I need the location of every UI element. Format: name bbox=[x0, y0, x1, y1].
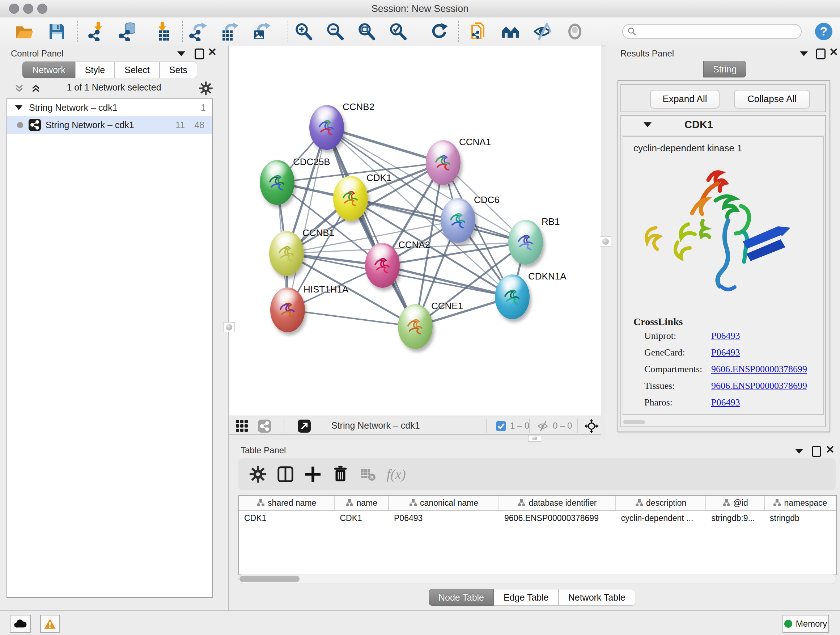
column-header-description[interactable]: description bbox=[616, 496, 706, 510]
column-header-sharedname[interactable]: shared name bbox=[239, 496, 335, 510]
export-table-icon[interactable] bbox=[220, 22, 240, 41]
refresh-view-icon[interactable] bbox=[429, 22, 448, 41]
close-panel-icon[interactable]: ✕ bbox=[208, 48, 217, 57]
node-CDC6[interactable] bbox=[441, 198, 475, 243]
crosslink-value-link[interactable]: 9606.ENSP00000378699 bbox=[711, 380, 807, 391]
warning-icon bbox=[44, 618, 56, 630]
collapse-all-button[interactable]: Collapse All bbox=[734, 90, 810, 109]
show-all-icon[interactable] bbox=[565, 22, 584, 41]
string-home-icon[interactable] bbox=[501, 22, 520, 41]
float-panel-icon[interactable] bbox=[795, 449, 803, 454]
crosslink-value-link[interactable]: P06493 bbox=[711, 397, 740, 408]
zoom-out-icon[interactable] bbox=[325, 22, 345, 41]
collection-expander-icon[interactable] bbox=[15, 105, 22, 110]
delete-column-trash-icon[interactable] bbox=[331, 465, 350, 484]
node-CCNB2[interactable] bbox=[309, 105, 344, 150]
warnings-button[interactable] bbox=[40, 615, 60, 633]
edge-CCNB2-HIST1H1A[interactable] bbox=[287, 127, 327, 310]
node-table[interactable]: shared name name canonical name database… bbox=[238, 495, 837, 575]
import-table-icon[interactable] bbox=[152, 22, 172, 41]
node-CCNE1[interactable] bbox=[398, 304, 433, 349]
export-network-icon[interactable] bbox=[189, 22, 208, 41]
zoom-in-icon[interactable] bbox=[294, 22, 314, 41]
node-RB1[interactable] bbox=[508, 220, 543, 264]
crosslink-value-link[interactable]: P06493 bbox=[711, 331, 740, 341]
cdk1-section-header[interactable]: CDK1 bbox=[621, 116, 825, 135]
maximize-panel-icon[interactable] bbox=[195, 49, 204, 59]
crosslink-value-link[interactable]: 9606.ENSP00000378699 bbox=[711, 364, 807, 375]
import-network-file-icon[interactable] bbox=[88, 22, 107, 41]
node-CDKN1A[interactable] bbox=[495, 274, 530, 319]
tab-node-table[interactable]: Node Table bbox=[429, 589, 494, 606]
network-row-selected[interactable]: String Network – cdk1 11 48 bbox=[7, 116, 212, 134]
show-columns-icon[interactable] bbox=[276, 465, 295, 484]
open-session-folder-icon[interactable] bbox=[14, 22, 34, 41]
tab-sets[interactable]: Sets bbox=[159, 62, 197, 78]
save-session-floppy-icon[interactable] bbox=[47, 22, 66, 41]
column-header-id[interactable]: @id bbox=[706, 496, 764, 510]
delete-table-icon[interactable] bbox=[360, 469, 376, 481]
maximize-panel-icon[interactable] bbox=[812, 446, 821, 457]
table-hscroll[interactable] bbox=[238, 575, 836, 584]
node-CDC25B[interactable] bbox=[260, 160, 294, 205]
help-icon[interactable]: ? bbox=[814, 22, 834, 41]
tab-select[interactable]: Select bbox=[115, 62, 159, 78]
open-in-window-icon[interactable] bbox=[297, 419, 311, 433]
export-image-icon[interactable] bbox=[253, 22, 272, 41]
expand-all-icon[interactable] bbox=[30, 83, 42, 94]
column-header-canonicalname[interactable]: canonical name bbox=[389, 496, 499, 510]
fit-content-crosshair-icon[interactable] bbox=[584, 418, 599, 434]
close-panel-icon[interactable]: ✕ bbox=[829, 48, 838, 57]
birdseye-grid-icon[interactable] bbox=[235, 419, 249, 433]
tab-network-table[interactable]: Network Table bbox=[559, 589, 635, 606]
close-panel-icon[interactable]: ✕ bbox=[826, 445, 835, 454]
bottom-splitter-handle[interactable] bbox=[528, 435, 541, 442]
memory-button[interactable]: Memory bbox=[783, 615, 829, 633]
node-HIST1H1A[interactable] bbox=[270, 287, 305, 333]
network-collection-row[interactable]: String Network – cdk1 1 bbox=[7, 99, 212, 116]
edge-HIST1H1A-CCNE1[interactable] bbox=[287, 310, 415, 326]
left-splitter-handle[interactable] bbox=[223, 322, 235, 333]
function-builder-icon[interactable]: f(x) bbox=[385, 465, 417, 484]
protein-thumbnail bbox=[371, 254, 394, 278]
cloud-status-button[interactable] bbox=[10, 615, 31, 633]
import-network-database-icon[interactable] bbox=[118, 22, 138, 41]
hidden-eye-slash-icon[interactable] bbox=[537, 420, 549, 432]
network-view-canvas[interactable]: CCNB2 CCNA1 CDC25B CDK1 CDC6 RB1 bbox=[229, 46, 601, 416]
section-expander-icon[interactable] bbox=[644, 122, 652, 127]
float-panel-icon[interactable] bbox=[177, 51, 185, 56]
results-hscroll[interactable] bbox=[623, 420, 645, 424]
expand-all-button[interactable]: Expand All bbox=[650, 90, 720, 109]
network-options-gear-icon[interactable] bbox=[198, 81, 213, 96]
hide-selected-icon[interactable] bbox=[533, 22, 553, 41]
tab-edge-table[interactable]: Edge Table bbox=[494, 589, 559, 606]
float-panel-icon[interactable] bbox=[800, 51, 808, 56]
node-CCNA2[interactable] bbox=[365, 243, 400, 288]
table-options-gear-icon[interactable] bbox=[248, 465, 267, 484]
zoom-fit-icon[interactable] bbox=[357, 22, 377, 41]
network-list: String Network – cdk1 1 String Network –… bbox=[6, 98, 213, 598]
node-CCNB1[interactable] bbox=[269, 231, 304, 276]
tab-style[interactable]: Style bbox=[75, 62, 115, 78]
collapse-all-icon[interactable] bbox=[13, 83, 25, 94]
node-CDK1[interactable] bbox=[333, 176, 368, 221]
tab-network[interactable]: Network bbox=[22, 62, 75, 78]
edge-CCNB2-CCNE1[interactable] bbox=[327, 127, 415, 326]
column-header-databaseidentifier[interactable]: database identifier bbox=[499, 496, 616, 510]
share-document-icon[interactable] bbox=[469, 22, 489, 41]
maximize-panel-icon[interactable] bbox=[816, 49, 826, 59]
right-splitter-handle[interactable] bbox=[600, 236, 611, 247]
create-column-plus-icon[interactable] bbox=[303, 465, 322, 484]
string-panel-icon[interactable] bbox=[257, 419, 271, 433]
tab-string[interactable]: String bbox=[703, 61, 746, 78]
column-header-namespace[interactable]: namespace bbox=[765, 496, 836, 510]
column-header-name[interactable]: name bbox=[335, 496, 389, 510]
selected-checkbox-icon[interactable] bbox=[496, 421, 507, 432]
table-row[interactable]: CDK1CDK1P064939606.ENSP00000378699cyclin… bbox=[239, 511, 836, 526]
zoom-selected-icon[interactable] bbox=[388, 22, 408, 41]
search-input[interactable] bbox=[622, 24, 802, 39]
node-CCNA1[interactable] bbox=[426, 140, 461, 185]
edge-CCNB2-CCNA1[interactable] bbox=[327, 127, 443, 163]
crosslink-value-link[interactable]: P06493 bbox=[711, 347, 740, 358]
toolbar-separator bbox=[529, 418, 530, 433]
